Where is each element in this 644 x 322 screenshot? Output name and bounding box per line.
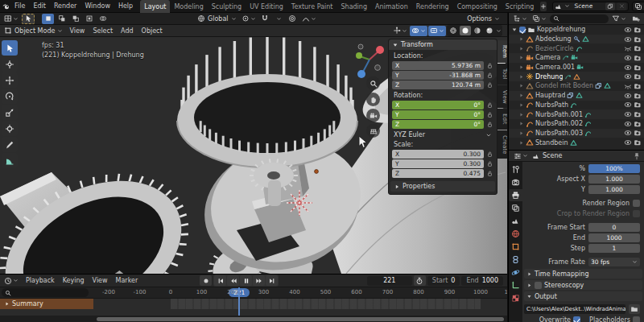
auto-keyframe-button[interactable] <box>200 275 212 286</box>
expand-icon[interactable] <box>518 121 524 126</box>
eye-icon[interactable] <box>624 129 632 137</box>
aspect-y-field[interactable]: 1.000 <box>588 185 640 194</box>
eye-icon[interactable] <box>624 35 632 43</box>
outliner-item-nurbspath-003[interactable]: NurbsPath.003 <box>509 129 644 138</box>
expand-icon[interactable] <box>518 46 524 52</box>
menu-render[interactable]: Render <box>50 0 80 13</box>
lock-icon[interactable] <box>486 62 493 69</box>
scale-z-field[interactable]: Z0.475 <box>392 169 484 178</box>
expand-icon[interactable] <box>518 112 524 118</box>
outliner-item-gondel-mit-boden[interactable]: Gondel mit Boden <box>509 81 644 91</box>
properties-tab-view-layer[interactable] <box>509 202 522 214</box>
scene-selector[interactable]: Scene <box>552 2 629 11</box>
tool-measure-button[interactable] <box>2 153 18 168</box>
tool-transform-button[interactable] <box>2 121 18 136</box>
scrollbar-handle[interactable] <box>97 317 504 321</box>
properties-tab-tool[interactable] <box>509 163 522 175</box>
camera-view-button[interactable] <box>366 109 380 122</box>
overlays-toggle[interactable] <box>410 26 427 36</box>
camera-visibility-icon[interactable] <box>634 26 642 34</box>
properties-tab-world[interactable] <box>509 228 522 240</box>
camera-visibility-icon[interactable] <box>634 82 642 90</box>
properties-subpanel-header[interactable]: Properties <box>390 181 495 192</box>
workspace-tab-texture-paint[interactable]: Texture Paint <box>287 0 337 13</box>
properties-tab-render[interactable] <box>509 176 522 188</box>
collection-checkbox[interactable] <box>519 27 526 33</box>
timeline-editor-dropdown[interactable] <box>2 275 20 286</box>
aspect-x-field[interactable]: 1.000 <box>588 175 640 184</box>
new-collection-button[interactable] <box>630 14 642 24</box>
previous-keyframe-button[interactable] <box>227 275 239 286</box>
workspace-tab-layout[interactable]: Layout <box>140 0 170 13</box>
start-frame-field[interactable]: Start0 <box>427 276 460 286</box>
eye-icon[interactable] <box>624 138 632 147</box>
outliner-item-beziercircle[interactable]: BezierCircle <box>509 43 644 53</box>
timeline-menu-playback[interactable]: Playback <box>22 277 59 284</box>
current-frame-field[interactable]: 221 <box>367 276 412 286</box>
pause-button[interactable] <box>240 275 252 286</box>
outliner-item-nurbspath[interactable]: NurbsPath <box>509 101 644 110</box>
placeholders-checkbox[interactable] <box>633 316 640 322</box>
expand-icon[interactable] <box>518 36 524 42</box>
eye-closed-icon[interactable] <box>624 44 632 52</box>
eye-icon[interactable] <box>624 110 632 118</box>
new-scene-button[interactable] <box>605 2 615 10</box>
camera-visibility-icon[interactable] <box>634 64 642 72</box>
sidebar-tab-edit[interactable]: Edit <box>497 109 507 130</box>
stereoscopy-panel-header[interactable]: Stereoscopy <box>524 280 642 290</box>
sidebar-tab-create[interactable]: Create <box>497 130 507 159</box>
output-path-field[interactable]: C:\Users\Alex\Deskt..\WindradAnimation <box>524 304 625 314</box>
eye-icon[interactable] <box>624 64 632 72</box>
camera-visibility-icon[interactable] <box>634 110 642 118</box>
browse-folder-button[interactable] <box>629 304 640 314</box>
pin-icon[interactable] <box>633 152 641 160</box>
viewport-menu-add[interactable]: Add <box>117 27 138 35</box>
workspace-tab-scripting[interactable]: Scripting <box>502 0 539 13</box>
lock-icon[interactable] <box>486 121 493 128</box>
resolution-percent-slider[interactable]: 100% <box>588 164 640 173</box>
frame-end-field[interactable]: 1000 <box>588 233 640 242</box>
gizmos-dropdown[interactable] <box>391 26 409 36</box>
properties-tab-object[interactable] <box>509 241 522 253</box>
crop-region-checkbox[interactable] <box>633 210 640 217</box>
timeline-menu-view[interactable]: View <box>89 277 112 284</box>
workspace-tab-shading[interactable]: Shading <box>336 0 371 13</box>
expand-icon[interactable] <box>518 64 524 70</box>
rotation-y-field[interactable]: Y0° <box>392 110 484 119</box>
sidebar-tab-view[interactable]: View <box>497 85 507 109</box>
tool-move-button[interactable] <box>2 72 18 88</box>
properties-tab-output[interactable] <box>509 189 522 201</box>
rotation-mode-dropdown[interactable]: XYZ Euler <box>394 131 492 138</box>
transform-orientation-dropdown[interactable]: Global <box>196 14 238 24</box>
camera-visibility-icon[interactable] <box>634 92 642 100</box>
tool-scale-button[interactable] <box>2 105 18 120</box>
workspace-tab-rendering[interactable]: Rendering <box>412 0 453 13</box>
sidebar-tab-tool[interactable]: Tool <box>497 64 507 85</box>
timeline-channels[interactable]: Summary <box>0 299 507 316</box>
viewport-menu-object[interactable]: Object <box>138 27 167 35</box>
menu-file[interactable]: File <box>10 0 29 13</box>
proportional-falloff-dropdown[interactable] <box>300 14 318 24</box>
camera-visibility-icon[interactable] <box>634 129 642 137</box>
camera-visibility-icon[interactable] <box>634 35 642 43</box>
editor-type-dropdown[interactable] <box>2 14 20 24</box>
eye-icon[interactable] <box>624 72 632 80</box>
frame-start-field[interactable]: 0 <box>588 223 640 232</box>
snap-toggle[interactable] <box>259 14 271 24</box>
overwrite-checkbox[interactable] <box>573 316 580 322</box>
zoom-button[interactable] <box>366 76 380 90</box>
outliner-item-camera[interactable]: Camera <box>509 53 644 63</box>
scale-x-field[interactable]: X0.300 <box>392 150 484 159</box>
eye-closed-icon[interactable] <box>624 82 632 90</box>
tool-cursor3d-button[interactable] <box>2 56 18 72</box>
pan-button[interactable] <box>366 93 380 106</box>
camera-visibility-icon[interactable] <box>634 101 642 109</box>
transform-panel-header[interactable]: Transform <box>389 39 497 50</box>
expand-icon[interactable] <box>518 102 524 108</box>
sidebar-tab-item[interactable]: Item <box>497 40 507 63</box>
tool-rotate-button[interactable] <box>2 89 18 104</box>
camera-visibility-icon[interactable] <box>634 138 642 147</box>
playhead[interactable] <box>238 287 240 316</box>
eye-icon[interactable] <box>624 92 632 100</box>
outliner-item-nurbspath-002[interactable]: NurbsPath.002 <box>509 119 644 129</box>
